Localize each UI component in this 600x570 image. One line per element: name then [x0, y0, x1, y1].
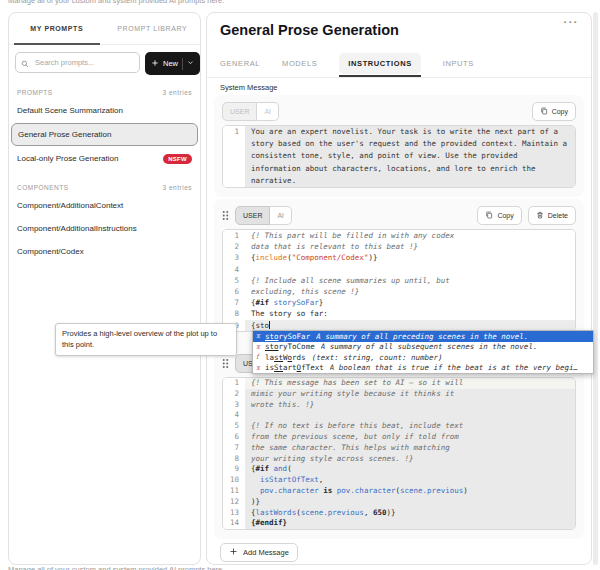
autocomplete-name: storyToCome [265, 342, 315, 351]
code-text: data that is relevant to this beat !} [245, 241, 575, 252]
line-number: 12 [223, 497, 245, 508]
section-title: PROMPTS [17, 89, 53, 96]
search-input[interactable] [33, 57, 134, 68]
copy-button[interactable]: Copy [477, 206, 521, 225]
drag-handle-icon[interactable] [222, 358, 229, 369]
code-text: The story so far: [245, 308, 575, 319]
prompt-item-label: Local-only Prose Generation [17, 154, 118, 163]
line-number: 5 [223, 275, 245, 286]
autocomplete-item[interactable]: flastWords(text: string, count: number) [253, 352, 593, 363]
prompt-item-label: Component/AdditionalContext [17, 201, 123, 210]
user-role-button[interactable]: USER [222, 102, 257, 121]
delete-button[interactable]: Delete [528, 206, 576, 225]
code-line: 14{#endif} [223, 518, 575, 529]
message-toolbar: USERAICopyDelete [222, 205, 576, 225]
code-line: 6from the previous scene, but only if to… [223, 432, 575, 443]
prompt-list-item[interactable]: Local-only Prose GenerationNSFW [9, 147, 200, 170]
new-prompt-button[interactable]: New [145, 52, 200, 75]
prompt-list-item[interactable]: Component/AdditionalContext [9, 194, 200, 217]
code-text: {sto [245, 320, 575, 331]
variable-tooltip: Provides a high-level overview of the pl… [55, 323, 237, 356]
sidebar-tab-my-prompts[interactable]: MY PROMPTS [9, 13, 105, 44]
list-section-header: COMPONENTS3 entries [9, 180, 200, 194]
plus-icon [151, 59, 159, 69]
sidebar-tab-prompt-library[interactable]: PROMPT LIBRARY [105, 13, 201, 44]
code-text: {! If no text is before this beat, inclu… [245, 421, 575, 432]
tab-instructions[interactable]: INSTRUCTIONS [339, 53, 420, 74]
code-text: the same character. This helps with matc… [245, 443, 575, 454]
plus-icon [229, 547, 238, 558]
ai-role-button[interactable]: AI [270, 206, 292, 225]
code-line: 2data that is relevant to this beat !} [223, 241, 575, 252]
system-message-block: USERAICopy1You are an expert novelist. Y… [214, 95, 584, 197]
code-line: 5{! Include all scene summaries up until… [223, 275, 575, 286]
more-options-button[interactable]: ··· [564, 16, 580, 28]
code-editor[interactable]: 1You are an expert novelist. Your task i… [222, 125, 576, 188]
code-text: {#endif} [245, 518, 575, 529]
prompt-list-item[interactable]: General Prose Generation [11, 123, 198, 146]
detail-tab-bar: GENERALMODELSINSTRUCTIONSINPUTS [220, 51, 474, 76]
autocomplete-name: storySoFar [265, 332, 310, 341]
code-line: 5{! If no text is before this beat, incl… [223, 421, 575, 432]
code-line: 13{lastWords(scene.previous, 650)} [223, 508, 575, 519]
code-line: 1{! This message has been set to AI – so… [223, 378, 575, 389]
line-number: 6 [223, 286, 245, 297]
drag-handle-icon[interactable] [222, 210, 229, 221]
line-number: 7 [223, 443, 245, 454]
line-number: 3 [223, 252, 245, 263]
prompt-item-label: Component/Codex [17, 247, 84, 256]
prompt-list-item[interactable]: Component/AdditionalInstructions [9, 217, 200, 240]
role-toggle: USERAI [235, 206, 292, 225]
tab-inputs[interactable]: INPUTS [443, 59, 474, 68]
code-text: {! This message has been set to AI – so … [245, 378, 575, 389]
prompts-sidebar: MY PROMPTSPROMPT LIBRARY New PROMPTS3 en… [8, 12, 201, 565]
line-number: 3 [223, 400, 245, 411]
line-number: 11 [223, 486, 245, 497]
line-number: 6 [223, 432, 245, 443]
code-editor[interactable]: 1{! This message has been set to AI – so… [222, 377, 576, 530]
prompt-item-label: Default Scene Summarization [17, 106, 123, 115]
autocomplete-item[interactable]: xstorySoFarA summary of all preceding sc… [253, 331, 593, 342]
code-line: 6excluding, this scene !} [223, 286, 575, 297]
code-line: 1{! This part will be filled in with any… [223, 230, 575, 241]
copy-label: Copy [497, 212, 513, 219]
copy-button[interactable]: Copy [532, 102, 576, 121]
line-number: 8 [223, 454, 245, 465]
prompt-list-item[interactable]: Default Scene Summarization [9, 99, 200, 122]
code-line: information about characters, locations,… [223, 163, 575, 175]
system-message-label: System Message [220, 83, 278, 92]
prompt-item-label: Component/AdditionalInstructions [17, 224, 137, 233]
line-number [223, 175, 245, 187]
code-line: 4 [223, 410, 575, 421]
autocomplete-item[interactable]: xstoryToComeA summary of all subsequent … [253, 342, 593, 353]
new-button-label: New [163, 59, 178, 68]
add-message-button[interactable]: Add Message [220, 543, 298, 562]
text-cursor [269, 321, 270, 329]
tab-general[interactable]: GENERAL [220, 59, 260, 68]
code-line: narrative. [223, 175, 575, 187]
code-line: 10 isStartOfText, [223, 475, 575, 486]
prompt-item-label: General Prose Generation [18, 130, 111, 139]
sidebar-tab-bar: MY PROMPTSPROMPT LIBRARY [9, 13, 200, 45]
prompt-detail-panel: General Prose Generation ··· GENERALMODE… [206, 12, 592, 565]
autocomplete-description: A boolean that is true if the beat is at… [330, 363, 578, 372]
line-number: 1 [223, 230, 245, 241]
user-role-button[interactable]: USER [235, 206, 270, 225]
line-number: 2 [223, 389, 245, 400]
code-line: 8your writing style across scenes. !} [223, 454, 575, 465]
section-count: 3 entries [163, 184, 192, 191]
autocomplete-item[interactable]: xisStartOfTextA boolean that is true if … [253, 363, 593, 374]
line-number: 10 [223, 475, 245, 486]
page-description-clipped: Manage all of your custom and system pro… [8, 0, 224, 5]
line-number: 9 [223, 464, 245, 475]
code-editor[interactable]: 1{! This part will be filled in with any… [222, 229, 576, 332]
search-box[interactable] [15, 52, 140, 73]
ai-role-button[interactable]: AI [257, 102, 279, 121]
prompt-list-item[interactable]: Component/Codex [9, 240, 200, 263]
code-text: from the previous scene, but only if tol… [245, 432, 575, 443]
tab-models[interactable]: MODELS [282, 59, 317, 68]
scrollbar[interactable] [593, 12, 598, 565]
code-line: story based on the user's request and th… [223, 138, 575, 150]
autocomplete-name: lastWords [265, 353, 306, 362]
code-text: pov.character is pov.character(scene.pre… [245, 486, 575, 497]
